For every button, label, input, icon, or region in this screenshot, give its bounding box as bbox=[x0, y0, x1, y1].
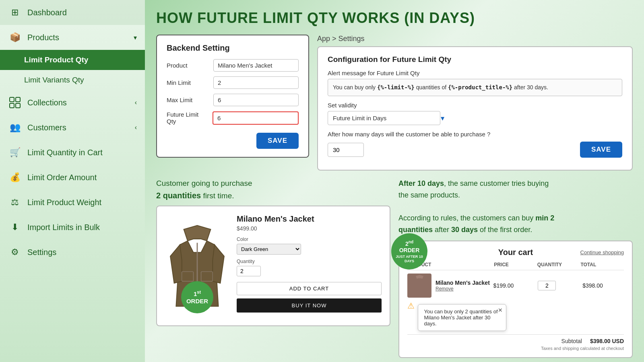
config-save-button[interactable]: SAVE bbox=[580, 142, 622, 158]
cart-title: Your cart bbox=[479, 248, 551, 257]
badge-2nd-text: 2ndORDER bbox=[399, 240, 420, 254]
alert-mid: quantities of bbox=[416, 84, 448, 90]
dashboard-icon: ⊞ bbox=[8, 6, 22, 19]
col-price: PRICE bbox=[494, 262, 537, 267]
sidebar-item-label: Collections bbox=[27, 98, 67, 107]
subtotal-value: $398.00 USD bbox=[590, 338, 624, 344]
warning-text: You can buy only 2 quantities of Milano … bbox=[424, 309, 497, 327]
sidebar-item-customers[interactable]: 👥 Customers ‹ bbox=[0, 115, 145, 140]
right-config: App > Settings Configuration for Future … bbox=[317, 35, 633, 171]
alert-message-box: You can buy only {%-limit-%} quantities … bbox=[328, 79, 622, 96]
alert-suffix: after 30 days. bbox=[514, 84, 548, 90]
validity-row: Future Limit in Days Future Limit in Wee… bbox=[328, 111, 622, 125]
top-row: Backend Setting Product Min Limit Max Li… bbox=[156, 35, 633, 171]
alert-prefix: You can buy only bbox=[333, 84, 377, 90]
sidebar-item-limit-product-qty[interactable]: Limit Product Qty bbox=[0, 50, 145, 70]
sidebar-item-label: Dashboard bbox=[27, 8, 67, 17]
cart-item-remove[interactable]: Remove bbox=[436, 286, 490, 292]
sidebar-item-settings[interactable]: ⚙ Settings bbox=[0, 240, 145, 265]
sidebar-item-limit-qty-cart[interactable]: 🛒 Limit Quantity in Cart bbox=[0, 140, 145, 165]
max-limit-input[interactable] bbox=[213, 94, 299, 106]
backend-setting-title: Backend Setting bbox=[167, 43, 299, 53]
products-icon: 📦 bbox=[8, 31, 22, 44]
sidebar-sub-label: Limit Product Qty bbox=[24, 56, 88, 64]
product-label: Product bbox=[167, 62, 209, 69]
days-question: After how many days will the customer be… bbox=[328, 131, 490, 138]
bottom-row: Customer going to purchase 2 quantities … bbox=[156, 178, 633, 358]
sidebar-item-import-limits[interactable]: ⬇ Import Limits in Bulk bbox=[0, 215, 145, 240]
warning-close-button[interactable]: ✕ bbox=[498, 307, 503, 313]
order-badge-first: 1st ORDER bbox=[181, 281, 213, 313]
page-title: HOW FUTURE LIMIT QTY WORKS (IN DAYS) bbox=[156, 10, 633, 27]
product-input[interactable] bbox=[213, 59, 299, 72]
cart-item-row: Milano Men's Jacket Remove $199.00 $398.… bbox=[407, 274, 624, 298]
add-to-cart-button[interactable]: ADD TO CART bbox=[237, 282, 382, 295]
collections-icon bbox=[8, 96, 22, 109]
svg-rect-2 bbox=[10, 103, 14, 108]
color-select[interactable]: Dark Green bbox=[237, 244, 301, 255]
sidebar-item-limit-product-weight[interactable]: ⚖ Limit Product Weight bbox=[0, 190, 145, 215]
alert-placeholder-product: {%-product_title-%} bbox=[448, 84, 512, 90]
future-limit-qty-input[interactable] bbox=[213, 111, 299, 125]
future-limit-qty-label: Future Limit Qty bbox=[167, 111, 208, 125]
cart-icon: 🛒 bbox=[8, 146, 22, 159]
validity-label: Set validity bbox=[328, 102, 622, 109]
warning-tooltip: ✕ You can buy only 2 quantities of Milan… bbox=[418, 304, 506, 331]
breadcrumb: App > Settings bbox=[317, 35, 633, 43]
sidebar-item-limit-variants-qty[interactable]: Limit Variants Qty bbox=[0, 70, 145, 90]
days-input[interactable] bbox=[328, 143, 364, 157]
backend-save-button[interactable]: SAVE bbox=[256, 133, 299, 149]
demo-text-1: Customer going to purchase bbox=[156, 179, 252, 187]
cart-item-info: Milano Men's Jacket Remove bbox=[407, 274, 490, 298]
chevron-down-icon: ▾ bbox=[134, 34, 137, 41]
cart-header-row: Your cart Continue shopping bbox=[407, 248, 624, 257]
sidebar-item-collections[interactable]: Collections ‹ bbox=[0, 90, 145, 115]
color-label: Color bbox=[237, 237, 382, 242]
badge-sup: 1st bbox=[194, 290, 201, 298]
settings-icon: ⚙ bbox=[8, 245, 22, 259]
validity-select[interactable]: Future Limit in Days Future Limit in Wee… bbox=[328, 111, 440, 125]
alert-placeholder-limit: {%-limit-%} bbox=[377, 84, 415, 90]
cart-item-text: Milano Men's Jacket Remove bbox=[436, 280, 490, 292]
max-limit-row: Max Limit bbox=[167, 94, 299, 106]
col-total: TOTAL bbox=[580, 262, 624, 267]
badge-2nd-subtitle: JUST AFTER 10 DAYS bbox=[391, 255, 427, 263]
sidebar-item-label: Import Limits in Bulk bbox=[27, 223, 100, 232]
demo-text-3: first time. bbox=[203, 191, 234, 200]
sidebar-item-label: Limit Quantity in Cart bbox=[27, 148, 103, 157]
jacket-thumb-svg bbox=[409, 274, 431, 296]
svg-rect-1 bbox=[16, 97, 20, 102]
svg-rect-3 bbox=[16, 103, 20, 108]
qty-input[interactable] bbox=[237, 266, 261, 276]
sidebar-item-label: Limit Product Weight bbox=[27, 198, 101, 207]
continue-shopping-link[interactable]: Continue shopping bbox=[580, 249, 624, 255]
demo-qty: 2 quantities bbox=[156, 191, 201, 200]
sidebar-item-label: Limit Order Amount bbox=[27, 173, 97, 182]
demo-left: Customer going to purchase 2 quantities … bbox=[156, 178, 390, 358]
cart-qty-input[interactable] bbox=[538, 281, 556, 290]
import-icon: ⬇ bbox=[8, 220, 22, 234]
future-limit-qty-row: Future Limit Qty bbox=[167, 111, 299, 125]
chevron-left-icon: ‹ bbox=[135, 99, 137, 106]
subtotal-label: Subtotal bbox=[561, 338, 582, 344]
main-content: HOW FUTURE LIMIT QTY WORKS (IN DAYS) Bac… bbox=[145, 0, 644, 362]
product-image: 1st ORDER bbox=[165, 214, 229, 317]
sidebar-item-label: Settings bbox=[27, 248, 56, 257]
cart-item-name: Milano Men's Jacket bbox=[436, 280, 490, 286]
order-badge-second: 2ndORDER JUST AFTER 10 DAYS bbox=[391, 233, 427, 269]
sidebar-item-label: Customers bbox=[27, 123, 66, 132]
sidebar-item-products[interactable]: 📦 Products ▾ bbox=[0, 25, 145, 50]
min-limit-label: Min Limit bbox=[167, 79, 209, 86]
max-limit-label: Max Limit bbox=[167, 97, 209, 103]
sidebar-item-limit-order-amount[interactable]: 💰 Limit Order Amount bbox=[0, 165, 145, 190]
cart-panel: 2ndORDER JUST AFTER 10 DAYS Your cart Co… bbox=[398, 241, 633, 358]
after-10-days: After 10 days bbox=[398, 179, 444, 187]
product-price: $499.00 bbox=[237, 225, 382, 232]
buy-now-button[interactable]: BUY IT NOW bbox=[237, 298, 382, 313]
col-quantity: QUANTITY bbox=[537, 262, 581, 267]
cart-item-qty bbox=[538, 281, 579, 290]
sidebar-item-dashboard[interactable]: ⊞ Dashboard bbox=[0, 0, 145, 25]
demo-left-text: Customer going to purchase 2 quantities … bbox=[156, 178, 390, 202]
config-title: Configuration for Future Limit Qty bbox=[328, 55, 622, 64]
min-limit-input[interactable] bbox=[213, 76, 299, 89]
